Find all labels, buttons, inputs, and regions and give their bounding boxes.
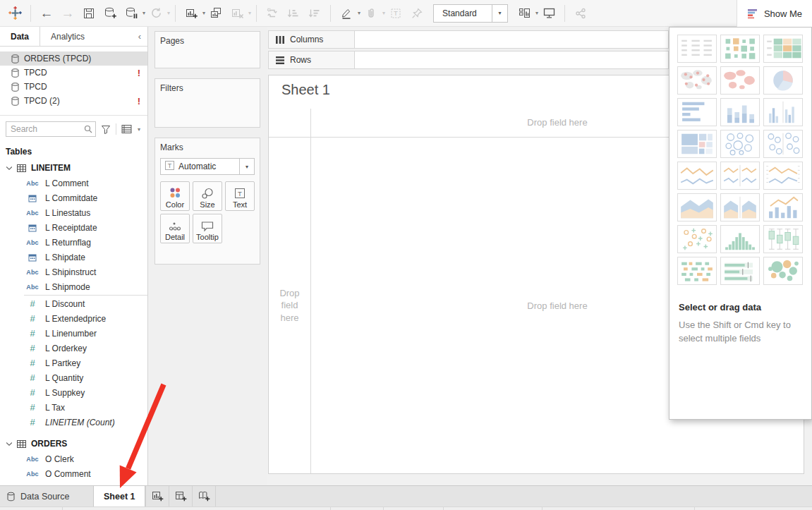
showme-side-by-side-circles-thumbnail[interactable] — [763, 130, 803, 158]
showme-filled-map-thumbnail[interactable] — [720, 66, 760, 95]
clear-sheet-button[interactable] — [229, 3, 246, 24]
showme-scatter-plot-thumbnail[interactable] — [677, 225, 717, 253]
drop-zone-rows[interactable]: Drop field here — [269, 138, 310, 473]
show-hide-cards-button[interactable] — [516, 3, 533, 24]
tab-data[interactable]: Data — [0, 27, 40, 46]
new-data-source-button[interactable] — [102, 3, 119, 24]
chevron-down-icon[interactable] — [6, 166, 12, 170]
mark-detail-button[interactable]: Detail — [160, 214, 190, 243]
share-workbook-button[interactable] — [572, 3, 589, 24]
mark-tooltip-button[interactable]: Tooltip — [193, 214, 222, 243]
clear-sheet-caret-icon[interactable]: ▾ — [248, 10, 251, 16]
showme-side-by-side-bars-thumbnail[interactable] — [763, 98, 803, 126]
presentation-mode-button[interactable] — [540, 3, 557, 24]
data-source-item[interactable]: ORDERS (TPCD) — [0, 51, 147, 66]
undo-button[interactable]: ← — [38, 3, 55, 24]
data-source-item[interactable]: TPCD! — [0, 66, 147, 80]
showme-dual-lines-thumbnail[interactable] — [763, 162, 803, 190]
showme-area-continuous-thumbnail[interactable] — [677, 193, 717, 221]
view-options-icon[interactable] — [121, 125, 132, 133]
data-source-item[interactable]: TPCD (2)! — [0, 94, 147, 108]
field-item[interactable]: #L Tax — [0, 400, 147, 415]
fit-selector-caret-icon[interactable]: ▾ — [492, 5, 507, 22]
showme-highlight-table-thumbnail[interactable] — [763, 35, 803, 63]
duplicate-sheet-button[interactable] — [207, 3, 224, 24]
new-worksheet-caret-icon[interactable]: ▾ — [202, 10, 205, 16]
filters-card[interactable]: Filters — [154, 78, 260, 128]
pause-auto-updates-button[interactable] — [123, 3, 140, 24]
field-item[interactable]: AbcL Shipmode — [0, 279, 147, 294]
showme-gantt-thumbnail[interactable] — [677, 257, 717, 285]
field-item[interactable]: L Receiptdate — [0, 220, 147, 235]
showme-packed-bubbles-thumbnail[interactable] — [720, 130, 760, 158]
field-item[interactable]: #L Discount — [0, 296, 147, 311]
new-dashboard-tab-button[interactable] — [169, 486, 193, 506]
group-members-button[interactable] — [363, 3, 380, 24]
field-item[interactable]: AbcL Comment — [0, 176, 147, 190]
group-members-caret-icon[interactable]: ▾ — [382, 10, 385, 16]
mark-type-caret-icon[interactable]: ▾ — [239, 159, 254, 174]
sort-ascending-button[interactable] — [285, 3, 302, 24]
field-item[interactable]: #L Linenumber — [0, 326, 147, 341]
show-me-button[interactable]: Show Me — [737, 0, 812, 27]
filter-fields-icon[interactable] — [101, 125, 111, 134]
field-item[interactable]: #L Quantity — [0, 370, 147, 385]
field-item[interactable]: AbcL Shipinstruct — [0, 265, 147, 279]
pages-card[interactable]: Pages — [154, 31, 260, 68]
swap-rows-columns-button[interactable] — [264, 3, 281, 24]
field-item[interactable]: #L Orderkey — [0, 341, 147, 356]
new-worksheet-button[interactable] — [183, 3, 200, 24]
run-update-button[interactable] — [147, 3, 164, 24]
tab-analytics[interactable]: Analytics — [40, 27, 95, 46]
field-item[interactable]: L Shipdate — [0, 250, 147, 265]
new-story-tab-button[interactable] — [193, 486, 216, 506]
mark-text-button[interactable]: TText — [225, 181, 255, 211]
save-button[interactable] — [80, 3, 97, 24]
field-item[interactable]: L Commitdate — [0, 190, 147, 205]
fix-axes-button[interactable] — [408, 3, 425, 24]
chevron-down-icon[interactable] — [6, 442, 12, 446]
pause-updates-caret-icon[interactable]: ▾ — [143, 10, 145, 16]
showme-lines-continuous-thumbnail[interactable] — [677, 162, 717, 190]
mark-size-button[interactable]: Size — [193, 181, 222, 211]
showme-horizontal-bars-thumbnail[interactable] — [677, 98, 717, 126]
rows-shelf-drop-area[interactable] — [355, 51, 668, 68]
highlight-button[interactable] — [338, 3, 355, 24]
tab-data-source[interactable]: Data Source — [0, 486, 83, 506]
highlight-caret-icon[interactable]: ▾ — [358, 10, 360, 16]
field-item[interactable]: #LINEITEM (Count) — [0, 415, 147, 430]
showme-symbol-map-thumbnail[interactable] — [677, 66, 717, 95]
showme-box-and-whisker-thumbnail[interactable] — [763, 225, 803, 253]
field-item[interactable]: #L Suppkey — [0, 385, 147, 400]
showme-heat-map-thumbnail[interactable] — [720, 35, 760, 63]
showme-pie-chart-thumbnail[interactable] — [763, 66, 803, 95]
collapse-pane-icon[interactable]: ‹ — [132, 27, 147, 46]
redo-button[interactable]: → — [59, 3, 76, 24]
table-group-header[interactable]: LINEITEM — [0, 160, 147, 176]
showme-lines-discrete-thumbnail[interactable] — [720, 162, 760, 190]
showme-bubble-chart-thumbnail[interactable] — [763, 257, 803, 285]
tableau-logo-icon[interactable] — [6, 3, 23, 24]
showme-histogram-thumbnail[interactable] — [720, 225, 760, 253]
field-item[interactable]: AbcL Linestatus — [0, 205, 147, 220]
showme-treemap-thumbnail[interactable] — [677, 130, 717, 158]
mark-color-button[interactable]: Color — [160, 181, 190, 211]
columns-shelf-drop-area[interactable] — [355, 31, 668, 48]
field-item[interactable]: AbcO Comment — [0, 466, 147, 481]
field-item[interactable]: AbcL Returnflag — [0, 235, 147, 250]
show-hide-cards-caret-icon[interactable]: ▾ — [535, 10, 538, 16]
sort-descending-button[interactable] — [306, 3, 323, 24]
field-item[interactable]: #L Partkey — [0, 356, 147, 370]
mark-type-dropdown[interactable]: T Automatic ▾ — [160, 158, 255, 175]
showme-dual-combination-thumbnail[interactable] — [763, 193, 803, 221]
table-group-header[interactable]: ORDERS — [0, 436, 147, 451]
fit-selector[interactable]: Standard ▾ — [433, 4, 508, 23]
data-source-item[interactable]: TPCD — [0, 80, 147, 94]
tab-sheet-1[interactable]: Sheet 1 — [93, 486, 145, 506]
showme-text-table-thumbnail[interactable] — [677, 35, 717, 63]
field-item[interactable]: #L Extendedprice — [0, 311, 147, 326]
showme-bullet-graph-thumbnail[interactable] — [720, 257, 760, 285]
marks-card[interactable]: Marks T Automatic ▾ ColorSizeTTextDetail… — [154, 138, 260, 265]
new-worksheet-tab-button[interactable] — [145, 486, 169, 506]
showme-stacked-bars-thumbnail[interactable] — [720, 98, 760, 126]
